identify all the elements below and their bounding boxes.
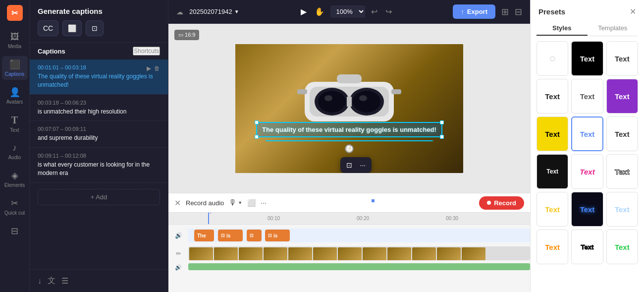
caption-play-button-1[interactable]: ▶ — [147, 65, 151, 72]
preset-green-label: Text — [615, 243, 630, 251]
panel-header: Generate captions — [30, 0, 168, 20]
caption-chip-1[interactable]: The — [194, 230, 214, 241]
hand-tool-button[interactable]: ✋ — [313, 5, 326, 18]
cc-button[interactable]: CC — [38, 20, 58, 36]
caption-overlay[interactable]: The quality of these virtual reality gog… — [247, 122, 452, 153]
preset-pink-label: Text — [580, 168, 594, 176]
video-canvas[interactable]: The quality of these virtual reality gog… — [235, 44, 463, 173]
record-start-button[interactable]: Record — [479, 196, 524, 210]
caption-delete-button-1[interactable]: 🗑 — [154, 65, 160, 72]
preset-outline[interactable]: Text — [606, 154, 638, 189]
preset-none[interactable]: ○ — [537, 41, 568, 76]
popup-more-button[interactable]: ··· — [358, 159, 368, 171]
sidebar-label-avatars: Avatars — [6, 99, 23, 105]
add-caption-button[interactable]: + Add — [38, 189, 160, 205]
preset-yellow-bg[interactable]: Text — [537, 117, 568, 151]
record-mic-button[interactable]: 🎙 ▼ — [229, 198, 242, 207]
auto-caption-button[interactable]: ⊡ — [86, 20, 104, 36]
sidebar-item-audio[interactable]: ♪ Audio — [2, 140, 28, 163]
svg-rect-10 — [391, 89, 401, 94]
caption-text-display: The quality of these virtual reality gog… — [256, 122, 442, 137]
sidebar-item-media[interactable]: 🖼 Media — [2, 29, 28, 52]
shortcuts-button[interactable]: Shortcuts — [133, 47, 160, 56]
preset-dark[interactable]: Text — [537, 79, 568, 114]
preset-plain-label: Text — [615, 55, 630, 63]
tab-templates[interactable]: Templates — [588, 21, 639, 36]
popup-copy-button[interactable]: ⊡ — [344, 159, 354, 171]
svg-point-3 — [318, 91, 346, 113]
video-thumb-5 — [288, 247, 312, 260]
preset-black-white[interactable]: Text — [571, 41, 603, 76]
handle-bl[interactable] — [255, 135, 259, 139]
preset-purple-bg[interactable]: Text — [606, 79, 638, 114]
preset-plain2[interactable]: Text — [571, 79, 603, 114]
preset-orange[interactable]: Text — [537, 230, 568, 264]
record-dot-icon — [487, 201, 491, 205]
preset-plain3[interactable]: Text — [606, 117, 638, 151]
chip-icon-3: ⊡ — [268, 233, 272, 238]
record-more-button[interactable]: ··· — [261, 199, 267, 207]
preset-blue-glow[interactable]: Text — [571, 192, 603, 227]
caption-item-2[interactable]: 00:03:18 – 00:06:23 is unmatched their h… — [30, 95, 168, 121]
video-thumb-2 — [214, 247, 238, 260]
select-tool-button[interactable]: ▶ — [299, 5, 309, 18]
undo-button[interactable]: ↩ — [369, 5, 379, 18]
tab-styles[interactable]: Styles — [537, 21, 588, 36]
caption-chip-4[interactable]: ⊡ is — [265, 230, 290, 241]
caption-item-3[interactable]: 00:07:07 – 00:09:11 and supreme durabili… — [30, 121, 168, 148]
size-icon: ▭ — [178, 32, 183, 38]
caption-chip-2[interactable]: ⊡ is — [218, 230, 243, 241]
fullscreen-button[interactable]: ⊟ — [515, 6, 522, 17]
preset-dark-outline[interactable]: Text — [571, 230, 603, 264]
video-track-control: ✏ — [168, 250, 188, 257]
caption-chip-3[interactable]: ⊡ — [247, 230, 262, 241]
preset-light-blue[interactable]: Text — [606, 192, 638, 227]
edit-track-button[interactable]: ✏ — [176, 250, 181, 257]
preset-plain[interactable]: Text — [606, 41, 638, 76]
sidebar-item-subtitles[interactable]: ⊟ — [2, 223, 28, 239]
sidebar-item-elements[interactable]: ◈ Elements — [2, 167, 28, 191]
format-button[interactable]: ☰ — [61, 276, 68, 286]
record-captions-button[interactable]: ⬜ — [247, 199, 256, 207]
caption-track-content[interactable]: The ⊡ is ⊡ ⊡ is — [188, 229, 530, 242]
export-captions-button[interactable]: ↓ — [38, 276, 42, 286]
caption-item-1[interactable]: 00:01:01 – 00:03:18 ▶ 🗑 The quality of t… — [30, 59, 168, 95]
zoom-selector[interactable]: 100% 75% 50% 125% — [330, 5, 365, 18]
preset-gold[interactable]: Text — [537, 192, 568, 227]
sidebar-item-text[interactable]: T Text — [2, 112, 28, 136]
caption-time-row-2: 00:03:18 – 00:06:23 — [38, 100, 160, 108]
caption-text-4: is what every customer is looking for in… — [38, 161, 160, 177]
preset-pink[interactable]: Text — [571, 154, 603, 189]
presets-close-button[interactable]: ✕ — [630, 7, 636, 16]
mic-chevron-icon: ▼ — [238, 200, 242, 205]
preset-blue-outline-label: Text — [580, 130, 595, 138]
split-view-button[interactable]: ⊞ — [501, 6, 509, 17]
svg-rect-8 — [347, 97, 352, 107]
redo-button[interactable]: ↪ — [383, 5, 394, 18]
preset-plain2-label: Text — [580, 92, 595, 101]
subtitle-style-button[interactable]: ⬜ — [62, 20, 82, 36]
popup-toolbar: ⊡ ··· — [340, 157, 372, 173]
presets-title: Presets — [538, 7, 565, 16]
sidebar-label-quickcut: Quick cut — [4, 210, 25, 216]
export-button[interactable]: ↑ Export — [453, 4, 495, 19]
sidebar-item-quickcut[interactable]: ✂ Quick cut — [2, 195, 28, 219]
handle-tl[interactable] — [255, 120, 259, 124]
sidebar-item-captions[interactable]: ⬛ Captions — [2, 56, 28, 80]
caption-item-4[interactable]: 00:09:11 – 00:12:08 is what every custom… — [30, 148, 168, 183]
video-track-content[interactable] — [188, 246, 530, 260]
svg-rect-11 — [297, 89, 307, 94]
handle-br[interactable] — [440, 135, 444, 139]
handle-tr[interactable] — [440, 120, 444, 124]
panel-footer: ↓ 文 ☰ — [30, 269, 168, 292]
project-name[interactable]: 202502071942 ▼ — [189, 8, 239, 15]
caption-track-row: 🔊 The ⊡ is ⊡ ⊡ is — [168, 227, 530, 244]
rotate-handle[interactable]: ↻ — [345, 144, 354, 153]
audio-track-content[interactable] — [188, 263, 530, 271]
preset-black-bg2[interactable]: Text — [537, 154, 568, 189]
preset-blue-outline[interactable]: Text — [571, 117, 603, 151]
translate-button[interactable]: 文 — [48, 276, 55, 286]
preset-green[interactable]: Text — [606, 230, 638, 264]
record-close-button[interactable]: ✕ — [174, 198, 181, 208]
sidebar-item-avatars[interactable]: 👤 Avatars — [2, 84, 28, 108]
